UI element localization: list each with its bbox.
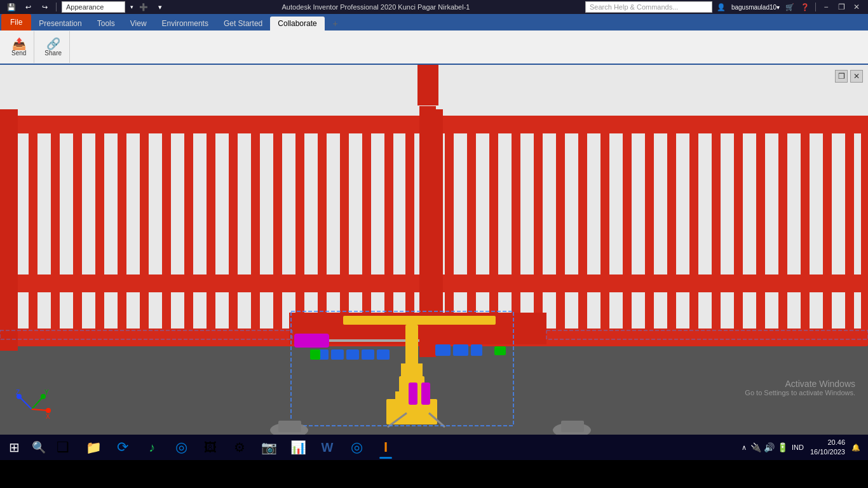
axis-indicator: Z Y X bbox=[13, 384, 51, 422]
share-label: Share bbox=[44, 50, 62, 57]
share-icon: 🔗 bbox=[46, 38, 60, 50]
taskbar-app-explorer[interactable]: 📁 bbox=[79, 435, 107, 460]
taskbar-app-photos[interactable]: 🖼 bbox=[196, 435, 224, 460]
svg-rect-38 bbox=[623, 116, 632, 344]
svg-rect-57 bbox=[294, 334, 329, 348]
svg-rect-50 bbox=[18, 133, 27, 274]
svg-rect-13 bbox=[51, 116, 60, 344]
tab-collaborate[interactable]: Collaborate bbox=[270, 17, 324, 30]
svg-rect-14 bbox=[73, 116, 82, 344]
activate-windows-watermark: Activate Windows Go to Settings to activ… bbox=[745, 379, 855, 396]
qa-separator bbox=[56, 3, 57, 11]
qa-add-icon[interactable]: ➕ bbox=[137, 1, 150, 13]
taskbar-app-lens[interactable]: 📷 bbox=[255, 435, 283, 460]
tray-up-arrow[interactable]: ∧ bbox=[739, 435, 749, 460]
tab-tools[interactable]: Tools bbox=[90, 17, 123, 30]
ribbon-btn-share[interactable]: 🔗 Share bbox=[42, 37, 64, 58]
svg-rect-47 bbox=[823, 116, 832, 344]
system-tray: ∧ 🔌 🔊 🔋 IND 20.46 16/10/2023 🔔 bbox=[734, 435, 868, 460]
viewport-restore-button[interactable]: ❐ bbox=[835, 70, 848, 83]
svg-rect-85 bbox=[561, 421, 584, 432]
svg-rect-30 bbox=[445, 116, 454, 344]
minimize-button[interactable]: − bbox=[820, 2, 832, 12]
svg-rect-16 bbox=[118, 116, 126, 344]
qa-save-icon[interactable]: 💾 bbox=[5, 1, 18, 13]
appearance-dropdown[interactable]: Appearance bbox=[62, 1, 125, 13]
qa-more-icon[interactable]: ▾ bbox=[154, 1, 166, 13]
restore-button[interactable]: ❐ bbox=[835, 2, 848, 12]
svg-rect-45 bbox=[778, 116, 787, 344]
user-account-icon[interactable]: 👤 bbox=[715, 1, 728, 13]
clock-display[interactable]: 20.46 16/10/2023 bbox=[808, 435, 848, 460]
task-view-button[interactable]: ❑ bbox=[49, 435, 77, 460]
titlebar-left: 💾 ↩ ↪ Appearance ▾ ➕ ▾ bbox=[5, 1, 166, 13]
svg-rect-43 bbox=[734, 116, 743, 344]
qa-redo-icon[interactable]: ↪ bbox=[38, 1, 51, 13]
tab-get-started[interactable]: Get Started bbox=[216, 17, 270, 30]
tab-presentation[interactable]: Presentation bbox=[31, 17, 89, 30]
taskbar-app-edge3[interactable]: ◎ bbox=[342, 435, 370, 460]
svg-rect-24 bbox=[295, 116, 304, 344]
spotify-icon: ♪ bbox=[149, 440, 155, 455]
powerpoint-icon: 📊 bbox=[290, 440, 306, 455]
taskbar: ⊞ 🔍 ❑ 📁 ⟳ ♪ ◎ 🖼 ⚙ 📷 📊 bbox=[0, 435, 868, 460]
taskbar-app-edge[interactable]: ⟳ bbox=[109, 435, 137, 460]
taskbar-app-settings[interactable]: ⚙ bbox=[226, 435, 254, 460]
svg-line-93 bbox=[32, 396, 43, 409]
svg-rect-41 bbox=[689, 116, 698, 344]
language-indicator[interactable]: IND bbox=[789, 435, 806, 460]
taskbar-search-button[interactable]: 🔍 bbox=[29, 435, 49, 460]
svg-rect-75 bbox=[409, 383, 417, 405]
taskbar-app-edge2[interactable]: ◎ bbox=[167, 435, 195, 460]
svg-line-90 bbox=[19, 396, 32, 409]
tray-overflow-icon: ∧ bbox=[742, 444, 747, 452]
taskbar-app-powerpoint[interactable]: 📊 bbox=[284, 435, 312, 460]
task-view-icon: ❑ bbox=[57, 439, 69, 456]
svg-text:Y: Y bbox=[44, 389, 49, 396]
lens-icon: 📷 bbox=[261, 440, 277, 455]
svg-text:Z: Z bbox=[16, 389, 20, 396]
user-account-label[interactable]: bagusmaulad10▾ bbox=[730, 1, 781, 13]
notification-button[interactable]: 🔔 bbox=[849, 435, 863, 460]
help-icon[interactable]: ❓ bbox=[799, 1, 811, 13]
close-button[interactable]: ✕ bbox=[850, 2, 863, 12]
tab-environments[interactable]: Environments bbox=[154, 17, 216, 30]
svg-rect-29 bbox=[405, 116, 414, 344]
svg-rect-39 bbox=[645, 116, 654, 344]
taskbar-app-inventor[interactable]: I bbox=[372, 435, 400, 460]
clock-area: 20.46 16/10/2023 bbox=[810, 438, 845, 458]
ribbon-btn-send[interactable]: 📤 Send bbox=[9, 37, 29, 58]
viewport-close-button[interactable]: ✕ bbox=[850, 70, 863, 83]
tray-network-icon[interactable]: 🔌 bbox=[750, 442, 761, 452]
word-icon: W bbox=[322, 440, 334, 455]
taskbar-app-spotify[interactable]: ♪ bbox=[138, 435, 166, 460]
tray-battery-icon[interactable]: 🔋 bbox=[777, 442, 788, 452]
windows-logo-icon: ⊞ bbox=[9, 440, 20, 455]
tab-add-button[interactable]: + bbox=[327, 17, 344, 30]
tab-file[interactable]: File bbox=[1, 14, 31, 30]
svg-rect-33 bbox=[512, 116, 520, 344]
ribbon-group-share: 🔗 Share bbox=[37, 31, 70, 63]
svg-rect-42 bbox=[712, 116, 721, 344]
appearance-arrow[interactable]: ▾ bbox=[130, 4, 133, 10]
tray-volume-icon[interactable]: 🔊 bbox=[764, 442, 775, 452]
tab-view[interactable]: View bbox=[123, 17, 154, 30]
tray-icons: 🔌 🔊 🔋 bbox=[750, 442, 788, 452]
activate-windows-subtitle: Go to Settings to activate Windows. bbox=[745, 389, 855, 396]
notification-icon: 🔔 bbox=[851, 444, 860, 452]
svg-rect-61 bbox=[346, 349, 359, 360]
cart-icon[interactable]: 🛒 bbox=[783, 1, 796, 13]
search-box[interactable]: Search Help & Commands... bbox=[585, 1, 712, 13]
svg-rect-83 bbox=[278, 421, 301, 432]
fence-svg bbox=[0, 65, 868, 435]
qa-undo-icon[interactable]: ↩ bbox=[22, 1, 34, 13]
svg-rect-63 bbox=[377, 349, 390, 360]
start-button[interactable]: ⊞ bbox=[0, 435, 29, 460]
svg-rect-18 bbox=[162, 116, 171, 344]
taskbar-app-word[interactable]: W bbox=[313, 435, 341, 460]
svg-rect-62 bbox=[362, 349, 374, 360]
svg-rect-27 bbox=[362, 116, 371, 344]
titlebar-right: Search Help & Commands... 👤 bagusmaulad1… bbox=[585, 1, 863, 13]
photos-icon: 🖼 bbox=[204, 440, 217, 455]
svg-rect-21 bbox=[229, 116, 238, 344]
